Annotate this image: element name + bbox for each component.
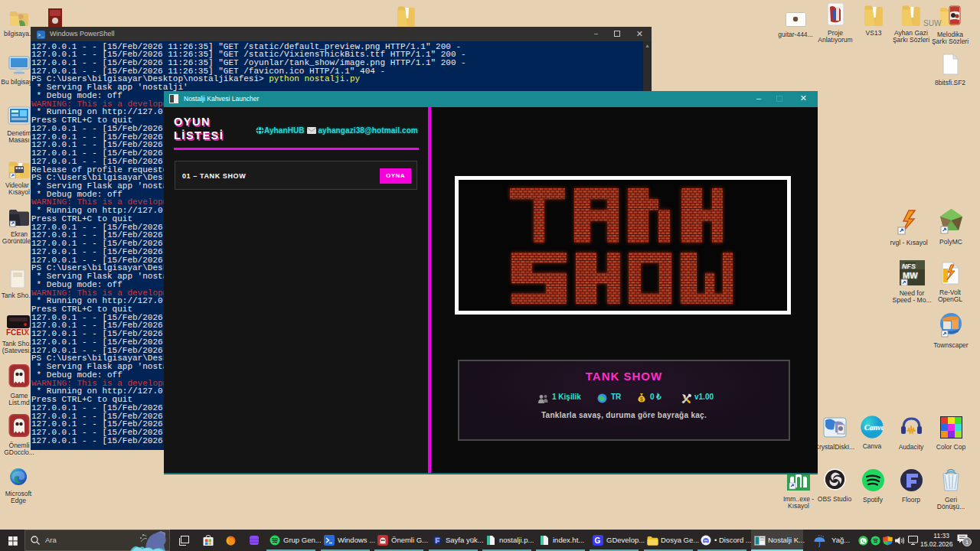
svg-text:Canva: Canva [864,423,884,432]
svg-text:$: $ [640,396,643,403]
svg-text:MW: MW [903,271,918,280]
svg-text:NFS: NFS [902,262,916,270]
svg-text:>_: >_ [38,32,44,38]
svg-text:G: G [595,536,601,545]
svg-text:X: X [24,328,30,336]
